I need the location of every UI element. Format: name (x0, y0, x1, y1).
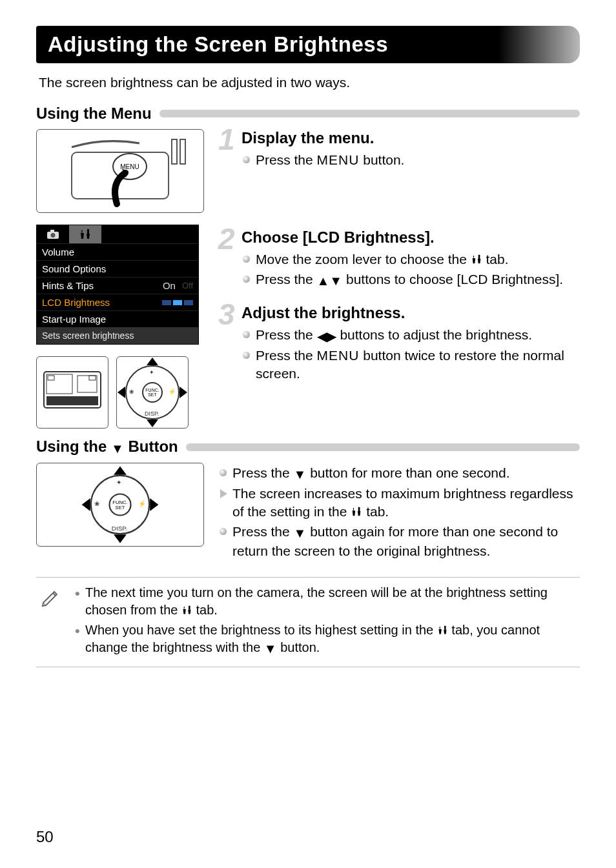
note-2: When you have set the brightness to its … (75, 621, 576, 658)
illustration-camera-back (36, 356, 108, 429)
left-right-icon: ◀▶ (317, 329, 336, 343)
tools-tab-icon (471, 254, 482, 265)
step-1: 1 Display the menu. Press the MENU butto… (218, 129, 580, 170)
step2-bullet1: Move the zoom lever to choose the tab. (241, 250, 580, 268)
down-arrow-icon: ▼ (294, 467, 307, 481)
step-title: Display the menu. (241, 129, 580, 147)
screen-footer: Sets screen brightness (37, 327, 198, 344)
step-2: 2 Choose [LCD Brightness]. Move the zoom… (218, 228, 580, 290)
svg-rect-17 (358, 507, 360, 511)
svg-rect-16 (478, 255, 480, 259)
svg-rect-12 (46, 396, 98, 405)
step-title: Choose [LCD Brightness]. (241, 228, 580, 247)
step1-bullet1: Press the MENU button. (241, 151, 580, 169)
intro-text: The screen brightness can be adjusted in… (39, 75, 577, 90)
step-number: 3 (218, 301, 241, 328)
down-arrow-icon: ▼ (111, 441, 124, 456)
section-heading-menu: Using the Menu (36, 105, 580, 123)
svg-rect-18 (189, 606, 190, 610)
step3-bullet1: Press the ◀▶ buttons to adjust the brigh… (241, 326, 580, 345)
step-3: 3 Adjust the brightness. Press the ◀▶ bu… (218, 304, 580, 385)
tools-tab-icon (351, 506, 362, 518)
step2-bullet2: Press the ▲▼ buttons to choose [LCD Brig… (241, 270, 580, 290)
screen-row-startup: Start-up Image (37, 310, 198, 327)
tools-tab-icon (437, 625, 448, 636)
screen-row-volume: Volume (37, 243, 198, 260)
illustration-lcd-menu: Volume Sound Options Hints & Tips On Off… (36, 225, 199, 345)
down-arrow-icon: ▼ (294, 526, 307, 540)
section-heading-label: Using the ▼ Button (36, 438, 178, 456)
screen-row-hints: Hints & Tips On Off (37, 277, 198, 294)
section-heading-rule (186, 443, 580, 451)
svg-text:MENU: MENU (120, 163, 139, 170)
note-1: The next time you turn on the camera, th… (75, 584, 576, 619)
svg-point-8 (51, 233, 56, 237)
menu-word: MENU (317, 152, 360, 167)
section-heading-label: Using the Menu (36, 105, 152, 123)
step3-bullet2: Press the MENU button twice to restore t… (241, 347, 580, 383)
section2-bullet2: The screen increases to maximum brightne… (218, 485, 580, 521)
illustration-menu-button: MENU (36, 129, 204, 213)
pencil-note-icon (40, 584, 63, 660)
svg-rect-7 (50, 230, 54, 232)
step-number: 2 (218, 226, 241, 252)
illustration-dpad: FUNC.SET ✦❀⚡ DISP. (116, 356, 189, 429)
hints-value: On (163, 280, 176, 291)
step-title: Adjust the brightness. (241, 304, 580, 322)
screen-tab-camera (37, 225, 69, 243)
section2-bullet1: Press the ▼ button for more than one sec… (218, 464, 580, 483)
up-down-icon: ▲▼ (317, 274, 343, 288)
note-box: The next time you turn on the camera, th… (36, 577, 580, 667)
tools-tab-icon (181, 605, 192, 616)
illustration-dpad-large: FUNC.SET ✦❀⚡ DISP. (36, 463, 204, 547)
section2-bullet3: Press the ▼ button again for more than o… (218, 523, 580, 560)
step-number: 1 (218, 126, 241, 153)
menu-word: MENU (317, 348, 360, 363)
page-title: Adjusting the Screen Brightness (36, 26, 580, 63)
screen-row-sound: Sound Options (37, 260, 198, 277)
svg-rect-19 (444, 626, 446, 630)
svg-rect-9 (87, 229, 89, 234)
page-number: 50 (36, 828, 54, 846)
section-heading-down-button: Using the ▼ Button (36, 438, 580, 456)
down-arrow-icon: ▼ (264, 641, 277, 656)
brightness-slider (162, 300, 193, 305)
screen-tab-tools (69, 225, 101, 243)
screen-row-lcd-brightness: LCD Brightness (37, 294, 198, 310)
section-heading-rule (159, 110, 580, 117)
